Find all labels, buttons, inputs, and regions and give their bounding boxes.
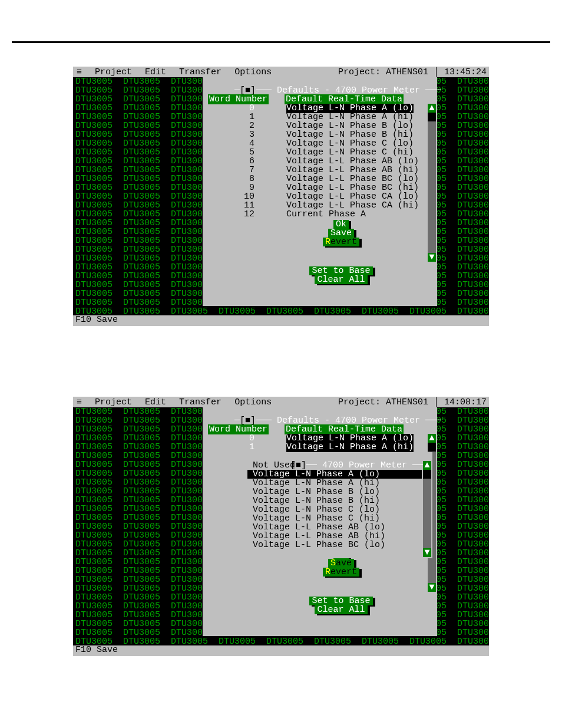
menu-options[interactable]: Options (233, 398, 273, 406)
screenshot-defaults-picker: ≡ Project Edit Transfer Options Project:… (73, 397, 489, 656)
save-button[interactable]: Save (328, 229, 354, 238)
list-item[interactable]: Voltage L-N Phase B (lo) (247, 487, 422, 496)
menu-project[interactable]: Project (94, 68, 133, 76)
set-to-base-button[interactable]: Set to Base (309, 266, 372, 275)
list-item[interactable]: Voltage L-N Phase C (hi) (247, 514, 422, 523)
clock: 14:08:17 (444, 398, 487, 406)
menu-project[interactable]: Project (94, 398, 133, 406)
col-word-number: Word Number (208, 94, 269, 104)
revert-button[interactable]: Revert (323, 568, 359, 577)
scrollbar[interactable]: ▲ ▼ (423, 461, 431, 557)
list-item[interactable]: 9 Voltage L-L Phase BC (hi) (203, 183, 427, 192)
clear-all-button[interactable]: Clear All (315, 605, 367, 614)
defaults-dialog: ─[■]─── Defaults - 4700 Power Meter ─── … (203, 77, 437, 306)
list-item[interactable]: Not Used (247, 461, 422, 470)
list-item[interactable]: 10 Voltage L-L Phase CA (lo) (203, 192, 427, 201)
list-item[interactable]: 11 Voltage L-L Phase CA (hi) (203, 201, 427, 210)
project-label: Project: (338, 398, 381, 406)
screenshot-defaults-list: ≡ Project Edit Transfer Options Project:… (73, 67, 489, 326)
list-item[interactable]: Voltage L-N Phase B (hi) (247, 496, 422, 505)
revert-button[interactable]: Revert (323, 238, 359, 246)
set-to-base-button[interactable]: Set to Base (309, 597, 372, 605)
list-item[interactable]: Voltage L-N Phase C (lo) (247, 505, 422, 514)
list-item[interactable]: 8 Voltage L-L Phase BC (lo) (203, 174, 427, 183)
menubar: ≡ Project Edit Transfer Options Project:… (73, 397, 489, 407)
col-default-data: Default Real-Time Data (285, 94, 404, 104)
system-menu[interactable]: ≡ (75, 68, 83, 76)
scroll-thumb[interactable] (428, 113, 436, 121)
system-menu[interactable]: ≡ (75, 398, 83, 406)
list-item[interactable]: Voltage L-N Phase A (hi) (247, 479, 422, 487)
save-button[interactable]: Save (328, 559, 354, 568)
col-word-number: Word Number (208, 424, 269, 434)
menu-options[interactable]: Options (233, 68, 273, 76)
list-item[interactable]: 3 Voltage L-N Phase B (hi) (203, 130, 427, 139)
scroll-up-icon[interactable]: ▲ (428, 104, 436, 113)
list-item[interactable]: 7 Voltage L-L Phase AB (hi) (203, 166, 427, 174)
menu-transfer[interactable]: Transfer (178, 68, 223, 76)
list-item[interactable]: 2 Voltage L-N Phase B (lo) (203, 121, 427, 130)
status-bar: F10 Save (73, 315, 489, 326)
menu-transfer[interactable]: Transfer (178, 398, 223, 406)
menubar: ≡ Project Edit Transfer Options Project:… (73, 67, 489, 77)
clock: 13:45:24 (444, 68, 487, 76)
list-item[interactable]: 5 Voltage L-N Phase C (hi) (203, 148, 427, 157)
list-item[interactable]: Voltage L-N Phase A (lo) (247, 470, 422, 479)
scroll-up-icon[interactable]: ▲ (428, 434, 436, 443)
dialog-buttons: Ok Save Revert Set to Base Clear All (203, 210, 437, 294)
project-name: ATHENS01 (386, 398, 428, 406)
scroll-thumb[interactable] (428, 443, 436, 452)
list-item[interactable]: 0 Voltage L-N Phase A (lo) (203, 104, 427, 113)
list-item[interactable]: 1 Voltage L-N Phase A (hi) (203, 113, 427, 121)
scroll-thumb[interactable] (423, 470, 431, 479)
picker-list[interactable]: Not Used Voltage L-N Phase A (lo) Voltag… (247, 461, 422, 557)
list-item[interactable]: 4 Voltage L-N Phase C (lo) (203, 139, 427, 148)
list-item[interactable]: Voltage L-L Phase AB (hi) (247, 532, 422, 541)
scroll-up-icon[interactable]: ▲ (423, 461, 431, 470)
list-item[interactable]: Voltage L-L Phase AB (lo) (247, 523, 422, 532)
ok-button[interactable]: Ok (333, 220, 349, 229)
project-label: Project: (338, 68, 381, 76)
clear-all-button[interactable]: Clear All (315, 275, 367, 284)
col-default-data: Default Real-Time Data (285, 424, 404, 434)
menu-edit[interactable]: Edit (144, 398, 167, 406)
scroll-down-icon[interactable]: ▼ (423, 548, 431, 557)
list-item[interactable]: Voltage L-L Phase BC (lo) (247, 541, 422, 549)
value-picker-popup: ─[■]── 4700 Power Meter ── Not Used Volt… (244, 452, 432, 558)
menu-edit[interactable]: Edit (144, 68, 167, 76)
list-item[interactable]: 0 Voltage L-N Phase A (lo) (203, 434, 427, 443)
list-item[interactable]: 6 Voltage L-L Phase AB (lo) (203, 157, 427, 166)
status-bar: F10 Save (73, 645, 489, 656)
project-name: ATHENS01 (386, 68, 428, 76)
list-item[interactable]: 1 Voltage L-N Phase A (hi) (203, 443, 427, 452)
